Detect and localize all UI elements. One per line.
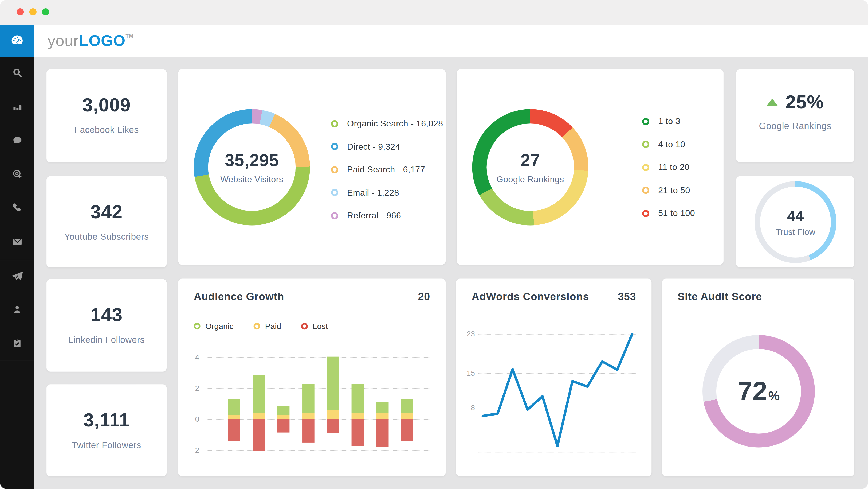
legend-ring-icon <box>331 189 338 196</box>
google-rankings-total: 27 <box>520 150 540 171</box>
target-click-icon <box>11 168 23 182</box>
sidebar-divider <box>0 260 34 260</box>
stat-card-linkedin-followers: 143 Linkedin Followers <box>46 279 166 372</box>
sidebar-item-tasks[interactable] <box>0 335 34 354</box>
trust-flow-card: 44 Trust Flow <box>736 176 855 267</box>
legend-ring-icon <box>331 120 338 127</box>
audience-growth-title: Audience Growth <box>194 291 284 303</box>
bar-segment-organic <box>401 399 413 413</box>
legend-label: Referral - 966 <box>347 210 401 221</box>
bar-segment-organic <box>352 383 364 413</box>
bar-chart-icon <box>11 100 23 114</box>
legend-item: 11 to 20 <box>642 162 695 173</box>
trust-flow-label: Trust Flow <box>776 227 815 237</box>
legend-label: Email - 1,228 <box>347 188 399 198</box>
stat-label: Linkedin Followers <box>68 335 145 346</box>
gridline <box>207 419 430 420</box>
rankings-change-card: 25% Google Rankings <box>736 69 855 162</box>
bar-segment-organic <box>327 356 339 410</box>
legend-item: 1 to 3 <box>642 116 695 127</box>
stat-card-youtube-subscribers: 342 Youtube Subscribers <box>46 176 166 267</box>
bar-segment-lost <box>352 419 364 446</box>
legend-item: Paid <box>253 322 281 330</box>
sidebar-item-profile[interactable] <box>0 301 34 320</box>
legend-label: 21 to 50 <box>658 185 690 195</box>
legend-ring-icon <box>301 323 308 329</box>
bar-segment-organic <box>253 375 265 413</box>
sidebar-item-goals[interactable] <box>0 166 34 184</box>
stat-label: Twitter Followers <box>72 440 141 451</box>
legend-label: Paid Search - 6,177 <box>347 165 425 174</box>
logo: yourLOGOTM <box>48 32 133 50</box>
site-audit-donut: 72 % <box>703 335 815 448</box>
legend-item: 21 to 50 <box>642 185 695 196</box>
legend-label: 1 to 3 <box>658 116 680 126</box>
website-visitors-legend: Organic Search - 16,028Direct - 9,324Pai… <box>331 118 443 221</box>
bar-segment-lost <box>253 419 265 451</box>
y-axis-tick: 2 <box>178 446 199 454</box>
sidebar-item-search[interactable] <box>0 64 34 83</box>
dashboard-app: yourLOGOTM 3,009 Facebook Likes 342 Yout… <box>0 0 868 489</box>
bar-segment-paid <box>253 413 265 419</box>
logo-main: LOGO <box>79 32 125 49</box>
legend-label: Direct - 9,324 <box>347 142 400 151</box>
phone-icon <box>12 202 23 215</box>
y-axis-tick: 4 <box>178 353 199 361</box>
traffic-light-close-button[interactable] <box>17 8 24 16</box>
bar-segment-lost <box>327 419 339 433</box>
stat-card-twitter-followers: 3,111 Twitter Followers <box>46 384 166 476</box>
stat-card-facebook-likes: 3,009 Facebook Likes <box>46 69 166 162</box>
traffic-light-minimize-button[interactable] <box>29 8 37 16</box>
envelope-icon <box>11 236 23 250</box>
sidebar-item-email[interactable] <box>0 233 34 252</box>
clipboard-check-icon <box>12 338 23 351</box>
legend-ring-icon <box>253 323 260 329</box>
rankings-change-value: 25% <box>785 91 824 113</box>
paper-plane-icon <box>11 269 23 284</box>
bar-segment-lost <box>277 419 290 432</box>
legend-ring-icon <box>331 143 338 150</box>
rankings-change-label: Google Rankings <box>759 121 831 131</box>
bar-segment-organic <box>277 406 290 415</box>
bar-segment-organic <box>228 399 240 414</box>
bar-segment-organic <box>302 383 314 413</box>
site-audit-value: 72 <box>738 376 767 406</box>
audience-growth-card: Audience Growth 20 OrganicPaidLost 4 2 0… <box>178 279 445 476</box>
stat-value: 342 <box>91 200 123 223</box>
legend-ring-icon <box>642 164 649 171</box>
google-rankings-label: Google Rankings <box>497 174 564 184</box>
legend-item: 4 to 10 <box>642 139 695 150</box>
legend-ring-icon <box>642 141 649 148</box>
sidebar-item-messages[interactable] <box>0 132 34 150</box>
bar-segment-paid <box>376 413 389 419</box>
traffic-lights <box>17 8 49 16</box>
logo-prefix: your <box>48 32 79 49</box>
legend-label: Organic Search - 16,028 <box>347 119 443 128</box>
sidebar-item-analytics[interactable] <box>0 98 34 117</box>
traffic-light-zoom-button[interactable] <box>42 8 50 16</box>
legend-label: Organic <box>205 322 234 330</box>
stat-value: 3,009 <box>82 93 131 116</box>
bar-segment-lost <box>376 419 389 447</box>
sidebar-item-dashboard[interactable] <box>0 25 34 57</box>
gridline <box>207 450 430 451</box>
user-icon <box>12 304 23 317</box>
sidebar-item-campaigns[interactable] <box>0 267 34 286</box>
site-audit-card: Site Audit Score 72 % <box>662 279 854 476</box>
website-visitors-label: Website Visitors <box>220 174 283 184</box>
gauge-icon <box>10 33 24 49</box>
legend-label: Paid <box>265 322 281 330</box>
bar-segment-lost <box>401 419 413 441</box>
legend-item: 51 to 100 <box>642 208 695 219</box>
google-rankings-legend: 1 to 34 to 1011 to 2021 to 5051 to 100 <box>642 116 695 219</box>
site-audit-unit: % <box>768 389 780 404</box>
legend-label: 11 to 20 <box>658 162 689 172</box>
sidebar-item-calls[interactable] <box>0 199 34 218</box>
app-window: yourLOGOTM 3,009 Facebook Likes 342 Yout… <box>0 0 868 489</box>
logo-tm: TM <box>125 33 133 39</box>
legend-ring-icon <box>331 212 338 219</box>
site-audit-title: Site Audit Score <box>678 291 762 303</box>
stat-value: 143 <box>91 304 123 326</box>
gridline <box>207 388 430 389</box>
legend-label: 4 to 10 <box>658 139 685 149</box>
